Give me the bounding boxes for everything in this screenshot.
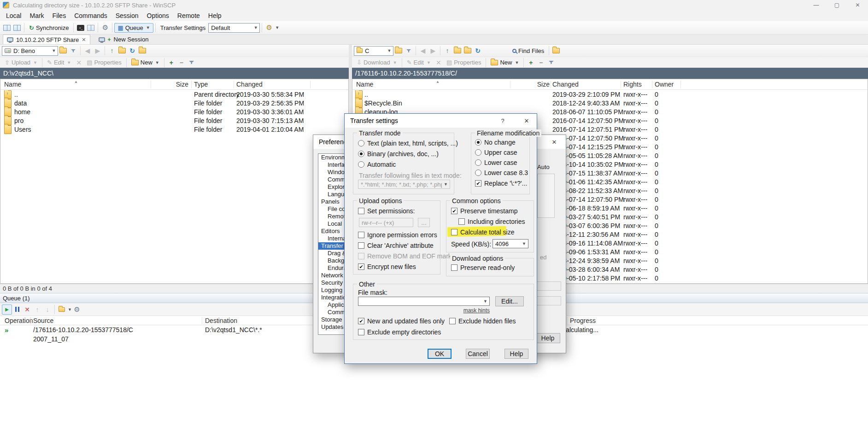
preferences-help-button[interactable]: Help bbox=[535, 333, 560, 343]
filter-icon[interactable] bbox=[187, 58, 197, 68]
mask-hints-link[interactable]: mask hints bbox=[453, 307, 490, 314]
queue-source[interactable]: /176116-10.10.2.20-1553777518/C bbox=[33, 326, 133, 334]
queue-pause-button[interactable] bbox=[12, 304, 22, 315]
local-drive-combo[interactable]: D: Beno ▼ bbox=[2, 46, 58, 56]
set-permissions-checkbox[interactable]: Set permissions: bbox=[358, 207, 415, 215]
ok-button[interactable]: OK bbox=[428, 349, 452, 359]
transfer-preset-combo[interactable]: Default ▼ bbox=[208, 23, 260, 33]
file-row[interactable]: .. Parent directory 2019-03-30 5:58:34 P… bbox=[0, 90, 348, 99]
no-change-radio[interactable]: No change bbox=[475, 139, 516, 146]
remove-icon[interactable]: − bbox=[176, 58, 187, 68]
file-mask-combo[interactable]: ▼ bbox=[358, 297, 490, 306]
parent-directory-icon[interactable]: ↑ bbox=[442, 46, 452, 56]
cancel-button[interactable]: Cancel bbox=[466, 349, 490, 359]
close-icon[interactable]: ✕ bbox=[546, 137, 562, 147]
bookmark-folder-icon[interactable] bbox=[58, 46, 68, 56]
minimize-button[interactable]: — bbox=[806, 0, 827, 10]
preserve-timestamp-checkbox[interactable]: Preserve timestamp bbox=[451, 207, 517, 215]
text-mode-radio[interactable]: Text (plain text, html, scripts, ...) bbox=[358, 140, 458, 147]
tab-active-session[interactable]: 10.10.2.20 SFTP Share ✕ bbox=[3, 35, 90, 44]
console-icon[interactable] bbox=[76, 23, 86, 33]
column-header-rights[interactable]: Rights bbox=[623, 79, 642, 90]
sync-browsing-icon[interactable] bbox=[86, 23, 96, 33]
column-header-type[interactable]: Type bbox=[194, 79, 208, 90]
synchronize-button[interactable]: ↻ Synchronize bbox=[26, 23, 71, 32]
lower-case-radio[interactable]: Lower case bbox=[475, 159, 517, 166]
open-directory-icon[interactable] bbox=[137, 46, 147, 56]
preserve-readonly-checkbox[interactable]: Preserve read-only bbox=[451, 264, 515, 271]
home-directory-icon[interactable] bbox=[463, 46, 473, 56]
remove-bom-checkbox[interactable]: Remove BOM and EOF marks bbox=[358, 252, 455, 260]
parent-directory-icon[interactable]: ↑ bbox=[107, 46, 117, 56]
refresh-icon[interactable]: ↻ bbox=[127, 46, 137, 56]
encrypt-new-files-checkbox[interactable]: Encrypt new files bbox=[358, 263, 416, 270]
find-files-button[interactable]: Find Files bbox=[510, 47, 547, 55]
delete-icon[interactable]: ✕ bbox=[434, 58, 444, 68]
add-icon[interactable]: + bbox=[526, 58, 536, 68]
queue-move-down-button[interactable]: ↓ bbox=[42, 304, 53, 315]
lower-case-83-radio[interactable]: Lower case 8.3 bbox=[475, 169, 528, 176]
properties-button[interactable]: ▤ Properties bbox=[444, 58, 484, 67]
remote-path-bar[interactable]: /176116-10.10.2.20-1553777518/C/ bbox=[352, 68, 868, 79]
calculate-total-size-checkbox[interactable]: Calculate total size bbox=[451, 228, 515, 236]
refresh-icon[interactable]: ↻ bbox=[473, 46, 483, 56]
upper-case-radio[interactable]: Upper case bbox=[475, 149, 517, 156]
close-button[interactable]: ✕ bbox=[847, 0, 868, 10]
exclude-hidden-checkbox[interactable]: Exclude hidden files bbox=[449, 317, 516, 325]
forward-icon[interactable]: ▶ bbox=[93, 46, 103, 56]
close-icon[interactable]: ✕ bbox=[519, 116, 534, 126]
automatic-mode-radio[interactable]: Automatic bbox=[358, 161, 396, 168]
column-header-source[interactable]: Source bbox=[33, 316, 53, 325]
exclude-empty-checkbox[interactable]: Exclude empty directories bbox=[358, 328, 441, 336]
transfer-options-icon[interactable]: ⚙ bbox=[264, 23, 274, 33]
button-fragment[interactable] bbox=[536, 281, 561, 291]
menu-item[interactable]: Local bbox=[2, 10, 25, 21]
remove-icon[interactable]: − bbox=[536, 58, 546, 68]
edit-button[interactable]: ✎ Edit ▼ bbox=[404, 58, 434, 67]
filter-icon[interactable] bbox=[68, 46, 78, 56]
menu-item[interactable]: Remote bbox=[173, 10, 204, 21]
column-header-progress[interactable]: Progress bbox=[570, 316, 596, 325]
local-path-bar[interactable]: D:\v2qtsd1_NCC\ bbox=[0, 68, 349, 79]
file-row[interactable]: .. 2019-03-29 2:10:09 PM rwxr-x--- 0 bbox=[352, 90, 868, 99]
panel-layout-alt-icon[interactable] bbox=[12, 23, 22, 33]
queue-progress[interactable]: Calculating... bbox=[561, 326, 598, 334]
column-header-name[interactable]: Name bbox=[356, 79, 373, 90]
back-icon[interactable]: ◀ bbox=[82, 46, 93, 56]
column-header-name[interactable]: Name bbox=[4, 79, 21, 90]
panel-layout-icon[interactable] bbox=[2, 23, 12, 33]
add-icon[interactable]: + bbox=[166, 58, 176, 68]
queue-delete-button[interactable]: ✕ bbox=[22, 304, 32, 315]
help-button[interactable]: Help bbox=[504, 349, 528, 359]
menu-item[interactable]: Files bbox=[48, 10, 70, 21]
root-directory-icon[interactable] bbox=[452, 46, 463, 56]
forward-icon[interactable]: ▶ bbox=[428, 46, 438, 56]
gear-icon[interactable]: ⚙ bbox=[100, 23, 110, 33]
menu-item[interactable]: Session bbox=[111, 10, 143, 21]
close-tab-icon[interactable]: ✕ bbox=[82, 37, 86, 43]
permissions-field[interactable]: rw-r--r-- (+x) bbox=[359, 218, 413, 227]
maximize-button[interactable]: ▢ bbox=[827, 0, 847, 10]
new-button[interactable]: New ▼ bbox=[129, 58, 162, 67]
button-fragment[interactable] bbox=[536, 296, 561, 305]
speed-combo[interactable]: 4096 ▼ bbox=[493, 239, 528, 248]
file-row[interactable]: pro File folder 2019-03-30 7:15:13 AM bbox=[0, 117, 348, 125]
upload-button[interactable]: ⇧ Upload ▼ bbox=[2, 58, 40, 67]
column-header-changed[interactable]: Changed bbox=[552, 79, 579, 90]
queue-folder-button[interactable] bbox=[57, 304, 67, 315]
new-updated-only-checkbox[interactable]: New and updated files only bbox=[358, 317, 445, 325]
filter-icon[interactable] bbox=[404, 46, 414, 56]
column-header-changed[interactable]: Changed bbox=[236, 79, 263, 90]
clear-archive-checkbox[interactable]: Clear 'Archive' attribute bbox=[358, 242, 434, 249]
back-icon[interactable]: ◀ bbox=[418, 46, 428, 56]
new-button[interactable]: New ▼ bbox=[488, 58, 522, 67]
menu-item[interactable]: Commands bbox=[70, 10, 111, 21]
file-row[interactable]: home File folder 2019-03-30 3:36:01 AM bbox=[0, 108, 348, 117]
column-header-owner[interactable]: Owner bbox=[655, 79, 674, 90]
queue-move-up-button[interactable]: ↑ bbox=[32, 304, 42, 315]
help-icon[interactable]: ? bbox=[496, 116, 510, 126]
column-header-size[interactable]: Size bbox=[152, 79, 188, 90]
file-row[interactable]: data File folder 2019-03-29 2:56:35 PM bbox=[0, 99, 348, 108]
queue-button[interactable]: ▦ Queue ▼ bbox=[114, 23, 153, 33]
replace-chars-checkbox[interactable]: Replace '\:*?'... bbox=[475, 180, 527, 187]
